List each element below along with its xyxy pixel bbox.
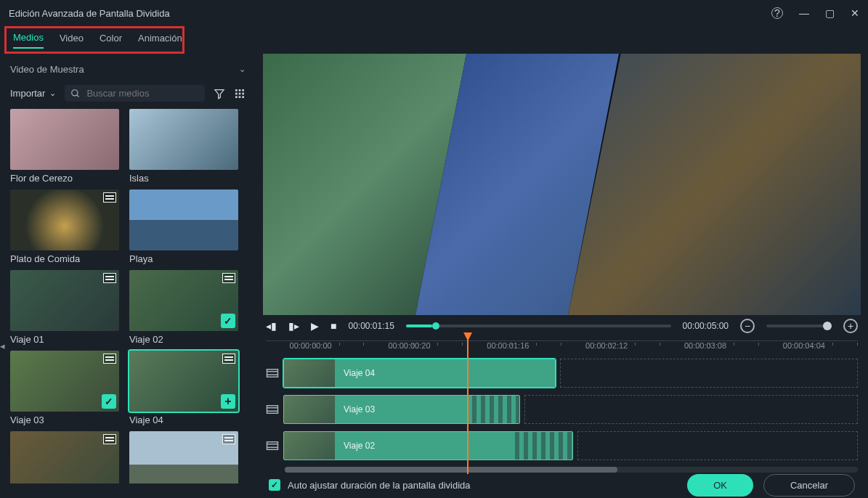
- track-empty-area[interactable]: [524, 395, 858, 424]
- ruler-subtick: [561, 343, 561, 346]
- import-button[interactable]: Importar ⌄: [10, 88, 56, 99]
- preview-area[interactable]: [263, 54, 861, 315]
- ruler-subtick: [758, 343, 759, 346]
- ruler-subtick: [808, 343, 808, 346]
- svg-rect-5: [242, 89, 244, 91]
- ruler-tick-label: 00:00:02:12: [585, 341, 628, 350]
- media-label: Viaje 01: [10, 334, 119, 345]
- grid-view-icon[interactable]: [234, 88, 246, 99]
- ruler-tick: 00:00:01:16: [487, 341, 529, 350]
- ruler-subtick: [660, 343, 660, 346]
- media-item[interactable]: Flor de Cerezo: [10, 109, 119, 184]
- media-item[interactable]: Playa: [129, 189, 238, 264]
- media-thumb[interactable]: [10, 189, 119, 250]
- svg-rect-3: [235, 89, 238, 91]
- media-item[interactable]: Plato de Comida: [10, 189, 119, 264]
- timeline-clip[interactable]: Viaje 04: [283, 359, 556, 388]
- ok-button[interactable]: OK: [687, 474, 753, 497]
- chevron-down-icon: ⌄: [239, 65, 246, 74]
- film-icon: [103, 192, 116, 203]
- clip-label: Viaje 03: [344, 404, 375, 415]
- prev-frame-button[interactable]: ◂▮: [266, 320, 277, 332]
- total-time: 00:00:05:00: [683, 321, 729, 331]
- ruler-subtick: [315, 343, 315, 346]
- ruler-tick-label: 00:00:00:00: [290, 341, 332, 350]
- media-label: Flor de Cerezo: [10, 173, 119, 184]
- zoom-slider[interactable]: [766, 324, 832, 327]
- scrollbar-thumb[interactable]: [285, 467, 617, 473]
- media-item[interactable]: +Viaje 04: [129, 351, 238, 425]
- add-icon[interactable]: +: [221, 394, 235, 409]
- video-track-icon: [266, 404, 283, 415]
- media-thumb[interactable]: [129, 109, 238, 170]
- auto-adjust-checkbox[interactable]: ✓: [269, 479, 280, 491]
- svg-point-0: [72, 89, 78, 95]
- ruler-subtick: [857, 343, 858, 346]
- media-thumb[interactable]: [10, 109, 119, 170]
- preview-split-3: [568, 54, 861, 315]
- media-item[interactable]: Viaje 05: [10, 431, 119, 483]
- minimize-button[interactable]: —: [799, 7, 809, 19]
- maximize-button[interactable]: ▢: [825, 7, 835, 19]
- media-item[interactable]: Viaje 06: [129, 431, 238, 483]
- tab-medios[interactable]: Medios: [13, 32, 44, 49]
- help-icon[interactable]: ?: [771, 7, 783, 19]
- progress-handle[interactable]: [432, 322, 439, 330]
- zoom-in-button[interactable]: +: [843, 319, 858, 333]
- ruler-tick: 00:00:00:20: [388, 341, 430, 350]
- media-thumb[interactable]: [10, 431, 119, 483]
- expand-handle-icon[interactable]: ◂: [0, 337, 6, 354]
- tab-video[interactable]: Video: [60, 33, 84, 48]
- ruler-subtick: [363, 343, 364, 346]
- ruler-tick-label: 00:00:01:16: [487, 341, 529, 350]
- ruler-subtick: [462, 343, 463, 346]
- close-button[interactable]: ✕: [851, 7, 859, 19]
- search-input[interactable]: [86, 88, 199, 99]
- zoom-out-button[interactable]: −: [740, 319, 755, 333]
- ruler-subtick: [635, 343, 636, 346]
- timeline-clip[interactable]: Viaje 03: [283, 395, 520, 424]
- media-thumb[interactable]: ✓: [129, 270, 238, 331]
- zoom-handle[interactable]: [823, 322, 832, 330]
- timeline-clip[interactable]: Viaje 02: [283, 431, 573, 460]
- media-thumb[interactable]: +: [129, 351, 238, 412]
- media-item[interactable]: ✓Viaje 02: [129, 270, 238, 345]
- ruler-subtick: [610, 343, 611, 346]
- svg-marker-2: [215, 89, 224, 98]
- timeline-ruler[interactable]: 00:00:00:0000:00:00:2000:00:01:1600:00:0…: [266, 340, 858, 358]
- media-item[interactable]: Viaje 01: [10, 270, 119, 345]
- playhead[interactable]: [467, 340, 469, 474]
- stop-button[interactable]: ■: [330, 320, 336, 332]
- cancel-button[interactable]: Cancelar: [763, 474, 855, 497]
- clip-fade: [515, 432, 572, 460]
- track-empty-area[interactable]: [560, 359, 858, 388]
- media-thumb[interactable]: [129, 189, 238, 250]
- tab-color[interactable]: Color: [100, 33, 122, 48]
- media-thumb[interactable]: [10, 270, 119, 331]
- media-item[interactable]: ✓Viaje 03: [10, 351, 119, 425]
- film-icon: [103, 354, 116, 364]
- media-label: Viaje 03: [10, 415, 119, 425]
- clip-label: Viaje 04: [344, 368, 375, 378]
- filter-icon[interactable]: [214, 88, 225, 99]
- timeline-track: Viaje 04: [266, 358, 858, 388]
- search-wrap: [65, 85, 205, 102]
- media-thumb[interactable]: [129, 431, 238, 483]
- progress-fill: [406, 324, 432, 327]
- timeline-track: Viaje 02: [266, 430, 858, 461]
- media-grid: Flor de CerezoIslasPlato de ComidaPlayaV…: [10, 109, 246, 483]
- play-button[interactable]: ▶: [311, 320, 319, 332]
- tab-animacion[interactable]: Animación: [138, 33, 182, 48]
- track-empty-area[interactable]: [577, 431, 858, 460]
- progress-slider[interactable]: [406, 324, 671, 327]
- window-title: Edición Avanzada de Pantalla Dividida: [9, 8, 170, 19]
- film-icon: [222, 434, 235, 444]
- media-label: Playa: [129, 253, 238, 264]
- sidebar-section-header[interactable]: Video de Muestra ⌄: [10, 60, 246, 79]
- svg-rect-12: [267, 369, 278, 377]
- timeline-scrollbar[interactable]: [285, 467, 858, 473]
- tabs: Medios Video Color Animación: [0, 26, 868, 54]
- next-frame-button[interactable]: ▮▸: [288, 320, 299, 332]
- media-item[interactable]: Islas: [129, 109, 238, 184]
- media-thumb[interactable]: ✓: [10, 351, 119, 412]
